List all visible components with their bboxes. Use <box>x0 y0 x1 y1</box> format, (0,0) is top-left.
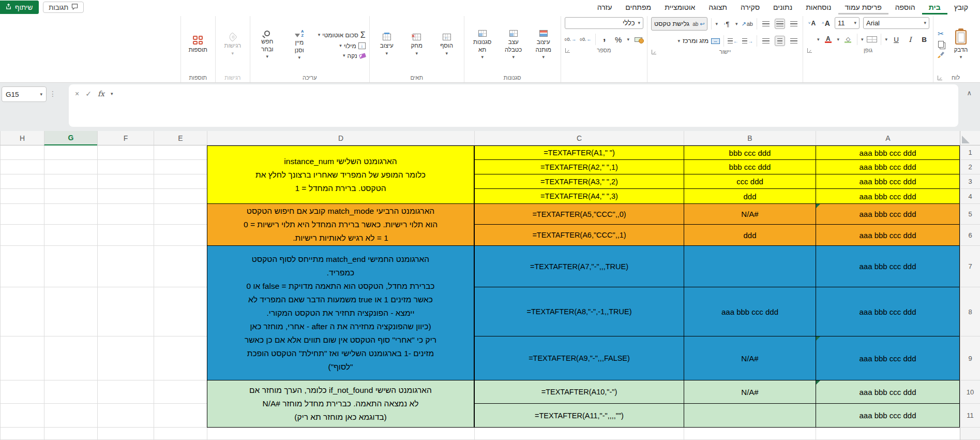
row-header-4[interactable]: 4 <box>960 189 980 204</box>
column-header-C[interactable]: C <box>474 131 684 145</box>
cell-A3[interactable]: aaa bbb ccc ddd <box>816 174 960 189</box>
paste-button[interactable]: הדבק ▾ <box>947 29 974 61</box>
empty-cell[interactable] <box>97 336 154 380</box>
empty-cell[interactable] <box>97 189 154 204</box>
font-color-button[interactable]: A <box>823 34 833 45</box>
empty-cell[interactable] <box>44 380 97 404</box>
empty-cell[interactable] <box>44 246 97 287</box>
align-right-icon[interactable] <box>789 36 799 46</box>
cancel-entry-icon[interactable]: × <box>75 90 79 98</box>
formula-bar-grip[interactable]: ⋮ <box>49 90 56 98</box>
cell-C5[interactable]: =TEXTAFTER(A5,"CCC",,0) <box>474 204 684 225</box>
cell-A1[interactable]: aaa bbb ccc ddd <box>816 145 960 160</box>
name-box[interactable]: G15 ▾ <box>2 86 47 102</box>
empty-cell[interactable] <box>44 160 97 174</box>
row-header-5[interactable]: 5 <box>960 204 980 225</box>
conditional-formatting-button[interactable]: עיצוב מותנה ▾ <box>530 29 557 61</box>
column-header-E[interactable]: E <box>154 131 207 145</box>
empty-cell[interactable] <box>0 204 44 225</box>
empty-cell[interactable] <box>44 189 97 204</box>
borders-icon[interactable] <box>867 36 877 42</box>
empty-cell[interactable] <box>0 287 44 336</box>
empty-cell[interactable] <box>154 404 207 428</box>
tab-5[interactable]: נתונים <box>766 0 799 14</box>
chevron-down-icon[interactable]: ▾ <box>627 37 630 42</box>
empty-cell[interactable] <box>0 380 44 404</box>
font-name-select[interactable]: ▾ Arial <box>863 17 929 29</box>
number-format-select[interactable]: ▾ כללי <box>565 17 643 29</box>
empty-cell[interactable] <box>0 428 44 440</box>
chevron-down-icon[interactable]: ▾ <box>837 37 839 42</box>
empty-cell[interactable] <box>154 174 207 189</box>
align-middle-icon[interactable] <box>775 19 785 29</box>
cell-C7[interactable]: =TEXTAFTER(A7,"-",,,TRUE) <box>474 246 684 287</box>
decrease-decimal-icon[interactable]: →.00 <box>565 34 576 45</box>
cell-C11[interactable]: =TEXTAFTER(A11,"-",,,,"") <box>474 404 684 428</box>
insert-cells-button[interactable]: הוסף ▾ <box>433 33 460 56</box>
cell-D-block-5-6[interactable]: הארגומנט הרביעי match_mode קובע אם חיפוש… <box>207 204 474 246</box>
increase-decimal-icon[interactable]: ←.00 <box>580 34 591 45</box>
empty-cell[interactable] <box>44 287 97 336</box>
align-bottom-icon[interactable] <box>761 19 771 29</box>
empty-cell[interactable] <box>154 160 207 174</box>
empty-cell[interactable] <box>44 145 97 160</box>
cell-C10[interactable]: =TEXTAFTER(A10,"-") <box>474 380 684 404</box>
chevron-down-icon[interactable]: ▾ <box>861 37 864 42</box>
empty-cell[interactable] <box>816 428 960 440</box>
empty-cell[interactable] <box>0 189 44 204</box>
empty-cell[interactable] <box>44 428 97 440</box>
row-header-11[interactable]: 11 <box>960 404 980 428</box>
row-header-3[interactable]: 3 <box>960 174 980 189</box>
empty-cell[interactable] <box>97 204 154 225</box>
cell-D-block-10-11[interactable]: הארגומנט השישי if_not_found כלומר, הערך … <box>207 380 474 428</box>
format-painter-icon[interactable] <box>937 51 944 60</box>
chevron-down-icon[interactable]: ▾ <box>885 37 887 42</box>
delete-cells-button[interactable]: מחק ▾ <box>403 33 430 56</box>
empty-cell[interactable] <box>154 380 207 404</box>
tab-2[interactable]: הוספה <box>888 0 922 14</box>
number-dialog-launcher-icon[interactable] <box>565 48 570 53</box>
confirm-entry-icon[interactable]: ✓ <box>85 90 92 98</box>
cell-D-block-7-9[interactable]: הארגומנט החמישי match_end מתייחס לסוף הט… <box>207 246 474 380</box>
format-as-table-button[interactable]: עצב כטבלה ▾ <box>500 29 527 61</box>
tab-9[interactable]: מפתחים <box>619 0 658 14</box>
tab-6[interactable]: סקירה <box>734 0 766 14</box>
cell-A6[interactable]: aaa bbb ccc ddd <box>816 225 960 246</box>
column-header-G[interactable]: G <box>44 131 97 145</box>
column-header-B[interactable]: B <box>684 131 816 145</box>
cell-B8[interactable]: aaa bbb ccc ddd <box>684 287 816 336</box>
addins-button[interactable]: תוספות <box>185 35 212 54</box>
empty-cell[interactable] <box>44 336 97 380</box>
empty-cell[interactable] <box>44 225 97 246</box>
select-all-corner[interactable] <box>960 131 980 145</box>
tab-8[interactable]: אוטומציית <box>658 0 702 14</box>
clear-button[interactable]: נקה ▾ <box>318 52 366 60</box>
empty-cell[interactable] <box>97 246 154 287</box>
cell-D-block-1-4[interactable]: הארגומנט השלישי instance_num כלומר המופע… <box>207 145 474 204</box>
row-header-6[interactable]: 6 <box>960 225 980 246</box>
cell-A8[interactable]: aaa bbb ccc ddd <box>816 287 960 336</box>
cell-B3[interactable]: ccc ddd <box>684 174 816 189</box>
empty-cell[interactable] <box>154 428 207 440</box>
cell-B11[interactable] <box>684 404 816 428</box>
cut-icon[interactable]: ✂ <box>938 30 944 38</box>
cell-A10[interactable]: aaa bbb ccc ddd <box>816 380 960 404</box>
alignment-dialog-launcher-icon[interactable] <box>652 50 656 54</box>
empty-cell[interactable] <box>0 336 44 380</box>
row-header-12[interactable] <box>960 428 980 440</box>
cell-A2[interactable]: aaa bbb ccc ddd <box>816 160 960 174</box>
increase-font-size-button[interactable]: A˄ <box>821 18 831 28</box>
font-dialog-launcher-icon[interactable] <box>807 48 812 53</box>
tab-10[interactable]: עזרה <box>591 0 619 14</box>
cell-B4[interactable]: ddd <box>684 189 816 204</box>
empty-cell[interactable] <box>44 404 97 428</box>
empty-cell[interactable] <box>154 287 207 336</box>
empty-cell[interactable] <box>97 380 154 404</box>
wrap-text-button[interactable]: ↩ab גלישת טקסט <box>651 17 707 31</box>
tab-7[interactable]: תצוגה <box>702 0 734 14</box>
cell-styles-button[interactable]: סגנונות תא ▾ <box>468 29 497 61</box>
increase-indent-icon[interactable]: ← <box>728 36 738 46</box>
empty-cell[interactable] <box>97 160 154 174</box>
row-header-9[interactable]: 9 <box>960 336 980 380</box>
formula-input[interactable] <box>69 84 958 127</box>
